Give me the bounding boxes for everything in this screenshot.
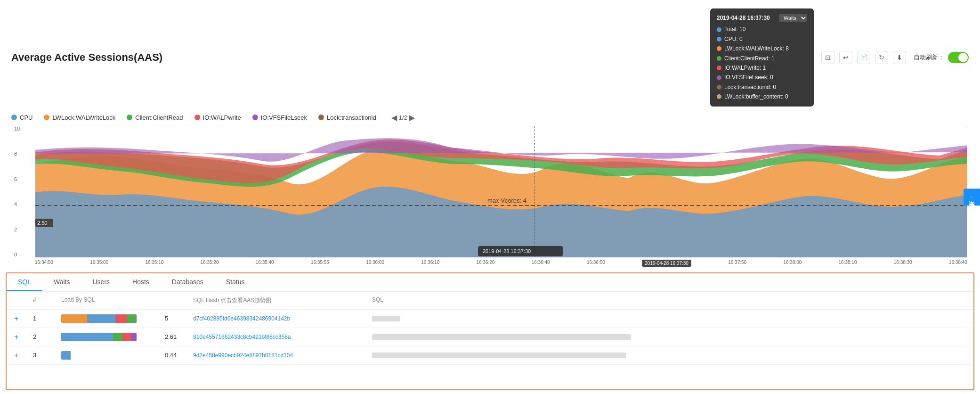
chart-svg[interactable]: max Vcores: 4 2.50 2019-04-28 16:37:30 bbox=[35, 126, 967, 258]
legend-item-io-wal: IO:WALPwrite bbox=[194, 114, 241, 121]
bar-seg-blue bbox=[61, 333, 113, 341]
legend-label-client: Client:ClientRead bbox=[135, 114, 183, 121]
y-axis: 10 8 6 4 2 0 bbox=[14, 126, 20, 258]
bar-seg-green bbox=[113, 333, 122, 341]
legend-label-io-vfs: IO:VFSFileLseek bbox=[261, 114, 307, 121]
bar-seg-red bbox=[115, 314, 127, 323]
doc-button[interactable]: 📄 bbox=[857, 51, 870, 64]
tab-sql[interactable]: SQL bbox=[7, 273, 42, 291]
copy-button[interactable]: ⊡ bbox=[821, 51, 834, 64]
max-vcores-label: max Vcores: 4 bbox=[487, 197, 526, 204]
row-2-hash-link[interactable]: 810e45571662433c8cb421bf88cc358a bbox=[193, 334, 372, 340]
row-1-bar bbox=[61, 314, 165, 323]
row-3-value: 0.44 bbox=[165, 352, 193, 359]
legend-label-cpu: CPU bbox=[20, 114, 32, 121]
row-3-num: 3 bbox=[33, 352, 61, 359]
row-1-value: 5 bbox=[165, 315, 193, 322]
legend-dot-io-vfs bbox=[252, 115, 258, 120]
legend-dot-io-wal bbox=[194, 115, 200, 120]
row-1-num: 1 bbox=[33, 315, 61, 322]
table-row: + 1 5 d7cf402885fd6e46398342486904142b bbox=[7, 310, 973, 328]
auto-refresh: 自动刷新： bbox=[914, 52, 969, 63]
tab-users[interactable]: Users bbox=[81, 273, 121, 291]
auto-refresh-label: 自动刷新： bbox=[914, 53, 944, 62]
right-sidebar[interactable]: 咨询·建议 bbox=[964, 189, 980, 205]
row-3-bar bbox=[61, 351, 165, 360]
row-3-hash-link[interactable]: 9d2e458e990ecb924e8897b0181cd104 bbox=[193, 352, 372, 359]
tab-status[interactable]: Status bbox=[215, 273, 256, 291]
row-2-sql bbox=[372, 334, 966, 340]
legend-dot-client bbox=[127, 115, 132, 120]
row-2-bar-group bbox=[61, 333, 137, 341]
dot-client bbox=[717, 56, 721, 61]
tooltip-row-io-wal: IO:WALPwrite: 1 bbox=[717, 63, 807, 73]
dot-lwlock bbox=[717, 46, 721, 51]
tooltip-row-cpu: CPU: 0 bbox=[717, 34, 807, 44]
legend-label-lock: Lock:transactionid bbox=[327, 114, 376, 121]
legend-label-io-wal: IO:WALPwrite bbox=[203, 114, 241, 121]
legend-prev-button[interactable]: ◀ bbox=[391, 113, 397, 122]
tooltip-row-client: Client:ClientRead: 1 bbox=[717, 54, 807, 63]
dot-cpu bbox=[717, 37, 721, 41]
svg-text:2.50: 2.50 bbox=[37, 220, 47, 226]
tooltip-dropdown[interactable]: Waits bbox=[779, 14, 807, 22]
back-button[interactable]: ↩ bbox=[839, 51, 852, 64]
expand-row-1-button[interactable]: + bbox=[14, 314, 33, 323]
tooltip-row-lwlock: LWLock:WALWriteLock: 8 bbox=[717, 44, 807, 53]
page: Average Active Sessions(AAS) 2019-04-28 … bbox=[0, 0, 980, 394]
auto-refresh-toggle[interactable] bbox=[948, 52, 969, 63]
tab-hosts[interactable]: Hosts bbox=[121, 273, 161, 291]
bar-seg-orange bbox=[61, 314, 87, 323]
dot-lwlock-buf bbox=[717, 94, 721, 99]
tab-databases[interactable]: Databases bbox=[161, 273, 215, 291]
tooltip-datetime: 2019-04-28 16:37:30 Waits bbox=[717, 13, 807, 23]
table-row: + 3 0.44 9d2e458e990ecb924e8897b0181cd10… bbox=[7, 346, 973, 365]
refresh-button[interactable]: ↻ bbox=[875, 51, 888, 64]
expand-row-2-button[interactable]: + bbox=[14, 333, 33, 341]
legend-dot-lock bbox=[318, 115, 324, 120]
bar-seg-green bbox=[127, 314, 137, 323]
row-1-bar-group bbox=[61, 314, 137, 323]
dot-io-wal bbox=[717, 66, 721, 70]
tooltip-row-io-vfs: IO:VFSFileLseek: 0 bbox=[717, 73, 807, 82]
legend-item-io-vfs: IO:VFSFileLseek bbox=[252, 114, 307, 121]
tab-waits[interactable]: Waits bbox=[42, 273, 81, 291]
expand-row-3-button[interactable]: + bbox=[14, 351, 33, 360]
row-3-sql bbox=[372, 353, 966, 358]
tabs: SQL Waits Users Hosts Databases Status bbox=[7, 273, 973, 292]
download-button[interactable]: ⬇ bbox=[893, 51, 906, 64]
dot-io-vfs bbox=[717, 75, 721, 80]
dot-lock bbox=[717, 85, 721, 90]
page-title: Average Active Sessions(AAS) bbox=[11, 51, 162, 64]
tooltip-row-total: Total: 10 bbox=[717, 25, 807, 34]
legend-dot-lwlock bbox=[44, 115, 49, 120]
table-header: # Load By SQL SQL Hash 点击查看AAS趋势图 SQL bbox=[7, 292, 973, 310]
legend-item-cpu: CPU bbox=[11, 114, 32, 121]
row-3-sql-preview bbox=[372, 353, 626, 358]
bar-seg-purple bbox=[131, 333, 137, 341]
row-3-bar-group bbox=[61, 351, 137, 360]
legend-page: 1/2 bbox=[399, 114, 407, 121]
tooltip-box: 2019-04-28 16:37:30 Waits Total: 10 CPU:… bbox=[710, 8, 814, 107]
row-2-sql-preview bbox=[372, 334, 631, 340]
row-2-num: 2 bbox=[33, 333, 61, 340]
header: Average Active Sessions(AAS) 2019-04-28 … bbox=[0, 0, 980, 111]
row-1-sql-preview bbox=[372, 316, 400, 321]
legend: CPU LWLock:WALWriteLock Client:ClientRea… bbox=[0, 111, 980, 126]
bar-seg-blue bbox=[61, 351, 71, 360]
tooltip-row-lock: Lock:transactionid: 0 bbox=[717, 82, 807, 92]
row-1-hash-link[interactable]: d7cf402885fd6e46398342486904142b bbox=[193, 315, 372, 322]
legend-item-client: Client:ClientRead bbox=[127, 114, 183, 121]
toolbar-icons: ⊡ ↩ 📄 ↻ ⬇ bbox=[821, 51, 906, 64]
bar-seg-blue bbox=[87, 314, 115, 323]
x-axis: 16:34:50 16:35:00 16:35:10 16:35:20 16:3… bbox=[35, 258, 967, 269]
legend-label-lwlock: LWLock:WALWriteLock bbox=[52, 114, 115, 121]
svg-text:2019-04-28 16:37:30: 2019-04-28 16:37:30 bbox=[483, 248, 531, 254]
legend-item-lock: Lock:transactionid bbox=[318, 114, 376, 121]
row-2-bar bbox=[61, 333, 165, 341]
legend-nav: ◀ 1/2 ▶ bbox=[391, 113, 415, 122]
bottom-section: SQL Waits Users Hosts Databases Status #… bbox=[6, 272, 974, 390]
legend-next-button[interactable]: ▶ bbox=[409, 113, 415, 122]
row-2-value: 2.61 bbox=[165, 333, 193, 340]
header-right: 2019-04-28 16:37:30 Waits Total: 10 CPU:… bbox=[710, 8, 969, 107]
